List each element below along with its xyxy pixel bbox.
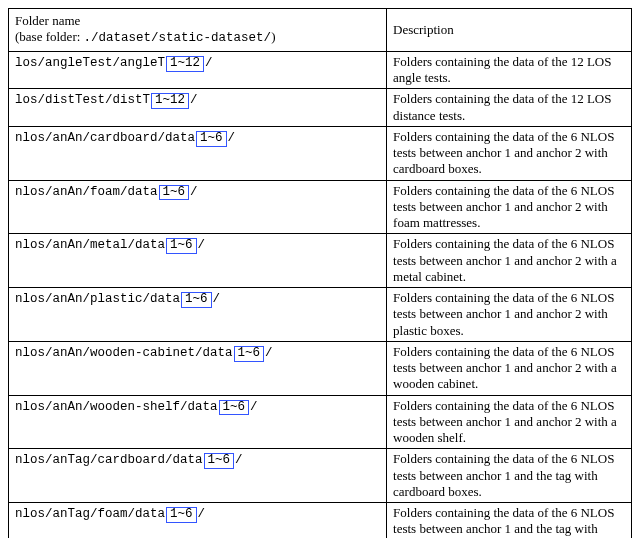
- range-box: 1~6: [166, 238, 197, 254]
- table-row: nlos/anAn/wooden-cabinet/data1~6/Folders…: [9, 341, 632, 395]
- folder-path-post: /: [235, 453, 243, 467]
- range-box: 1~12: [151, 93, 189, 109]
- table-row: nlos/anTag/cardboard/data1~6/Folders con…: [9, 449, 632, 503]
- folder-path: nlos/anAn/plastic/data1~6/: [15, 292, 220, 306]
- folder-path-pre: nlos/anTag/cardboard/data: [15, 453, 203, 467]
- folder-path: nlos/anAn/cardboard/data1~6/: [15, 131, 235, 145]
- folder-path: nlos/anTag/cardboard/data1~6/: [15, 453, 243, 467]
- range-box: 1~12: [166, 56, 204, 72]
- folder-path: los/angleTest/angleT1~12/: [15, 56, 213, 70]
- table-row: nlos/anAn/plastic/data1~6/Folders contai…: [9, 288, 632, 342]
- folder-path-post: /: [213, 292, 221, 306]
- folder-path-pre: nlos/anAn/wooden-cabinet/data: [15, 346, 233, 360]
- header-folder-name: Folder name (base folder: ./dataset/stat…: [9, 9, 387, 52]
- folder-path-post: /: [265, 346, 273, 360]
- folder-path-post: /: [190, 185, 198, 199]
- table-row: nlos/anAn/cardboard/data1~6/Folders cont…: [9, 126, 632, 180]
- table-row: nlos/anAn/wooden-shelf/data1~6/Folders c…: [9, 395, 632, 449]
- folder-name-cell: nlos/anAn/wooden-cabinet/data1~6/: [9, 341, 387, 395]
- range-box: 1~6: [219, 400, 250, 416]
- header-base-folder-path: ./dataset/static-dataset/: [84, 31, 272, 45]
- folder-path-pre: los/distTest/distT: [15, 93, 150, 107]
- folder-path-post: /: [250, 400, 258, 414]
- description-cell: Folders containing the data of the 6 NLO…: [387, 234, 632, 288]
- description-cell: Folders containing the data of the 12 LO…: [387, 51, 632, 89]
- folder-path-pre: los/angleTest/angleT: [15, 56, 165, 70]
- header-col1-line2-pre: (base folder:: [15, 29, 84, 44]
- folder-name-cell: nlos/anAn/foam/data1~6/: [9, 180, 387, 234]
- header-col1-line1: Folder name: [15, 13, 80, 28]
- folder-name-cell: nlos/anAn/metal/data1~6/: [9, 234, 387, 288]
- table-row: los/distTest/distT1~12/Folders containin…: [9, 89, 632, 127]
- folder-name-cell: los/angleTest/angleT1~12/: [9, 51, 387, 89]
- dataset-folders-table: Folder name (base folder: ./dataset/stat…: [8, 8, 632, 538]
- range-box: 1~6: [234, 346, 265, 362]
- folder-path-pre: nlos/anTag/foam/data: [15, 507, 165, 521]
- range-box: 1~6: [159, 185, 190, 201]
- description-cell: Folders containing the data of the 6 NLO…: [387, 126, 632, 180]
- range-box: 1~6: [181, 292, 212, 308]
- table-header-row: Folder name (base folder: ./dataset/stat…: [9, 9, 632, 52]
- folder-name-cell: nlos/anAn/wooden-shelf/data1~6/: [9, 395, 387, 449]
- folder-path: nlos/anAn/metal/data1~6/: [15, 238, 205, 252]
- folder-path-post: /: [198, 238, 206, 252]
- header-col1-line2-post: ): [271, 29, 275, 44]
- folder-path: nlos/anAn/foam/data1~6/: [15, 185, 198, 199]
- header-description: Description: [387, 9, 632, 52]
- folder-path: nlos/anAn/wooden-shelf/data1~6/: [15, 400, 258, 414]
- folder-path-post: /: [228, 131, 236, 145]
- table-row: nlos/anAn/foam/data1~6/Folders containin…: [9, 180, 632, 234]
- folder-path: los/distTest/distT1~12/: [15, 93, 198, 107]
- description-cell: Folders containing the data of the 6 NLO…: [387, 180, 632, 234]
- table-row: nlos/anAn/metal/data1~6/Folders containi…: [9, 234, 632, 288]
- folder-path: nlos/anAn/wooden-cabinet/data1~6/: [15, 346, 273, 360]
- folder-name-cell: nlos/anTag/cardboard/data1~6/: [9, 449, 387, 503]
- folder-name-cell: nlos/anAn/cardboard/data1~6/: [9, 126, 387, 180]
- description-cell: Folders containing the data of the 6 NLO…: [387, 288, 632, 342]
- folder-name-cell: los/distTest/distT1~12/: [9, 89, 387, 127]
- description-cell: Folders containing the data of the 6 NLO…: [387, 341, 632, 395]
- range-box: 1~6: [166, 507, 197, 523]
- folder-path-post: /: [190, 93, 198, 107]
- description-cell: Folders containing the data of the 6 NLO…: [387, 449, 632, 503]
- folder-path-pre: nlos/anAn/foam/data: [15, 185, 158, 199]
- description-cell: Folders containing the data of the 12 LO…: [387, 89, 632, 127]
- folder-path: nlos/anTag/foam/data1~6/: [15, 507, 205, 521]
- folder-path-pre: nlos/anAn/metal/data: [15, 238, 165, 252]
- folder-name-cell: nlos/anTag/foam/data1~6/: [9, 503, 387, 538]
- description-cell: Folders containing the data of the 6 NLO…: [387, 395, 632, 449]
- description-cell: Folders containing the data of the 6 NLO…: [387, 503, 632, 538]
- folder-path-post: /: [198, 507, 206, 521]
- range-box: 1~6: [196, 131, 227, 147]
- folder-path-pre: nlos/anAn/wooden-shelf/data: [15, 400, 218, 414]
- folder-path-pre: nlos/anAn/plastic/data: [15, 292, 180, 306]
- folder-name-cell: nlos/anAn/plastic/data1~6/: [9, 288, 387, 342]
- table-row: nlos/anTag/foam/data1~6/Folders containi…: [9, 503, 632, 538]
- table-row: los/angleTest/angleT1~12/Folders contain…: [9, 51, 632, 89]
- folder-path-pre: nlos/anAn/cardboard/data: [15, 131, 195, 145]
- folder-path-post: /: [205, 56, 213, 70]
- range-box: 1~6: [204, 453, 235, 469]
